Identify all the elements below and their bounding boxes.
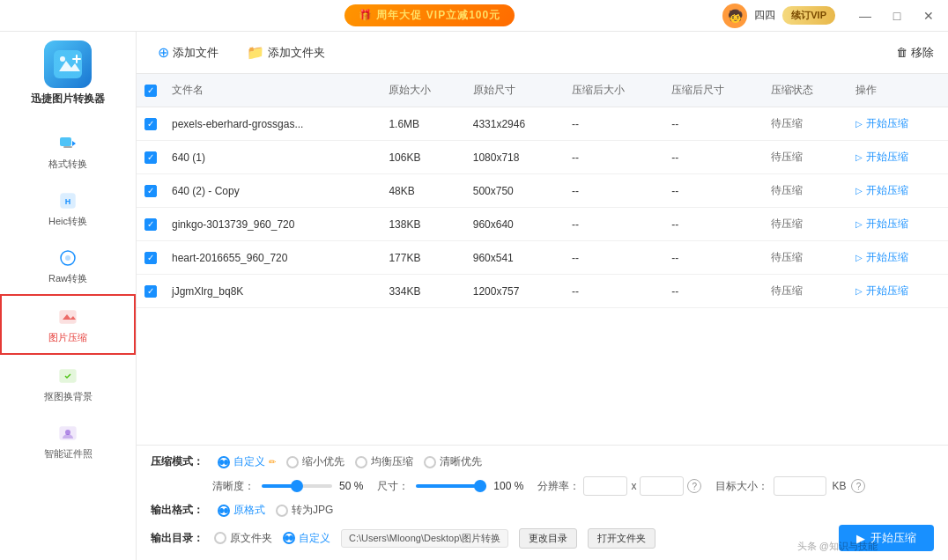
row-orig-size-1: 106KB (381, 141, 465, 174)
row-filename-5: jJgmXlrg_bq8K (165, 275, 381, 308)
output-format-label: 输出格式： (151, 503, 204, 518)
start-all-button[interactable]: ▶ 开始压缩 (839, 525, 934, 551)
row-comp-size-5: -- (565, 275, 664, 308)
clarity-label: 清晰度： (212, 479, 255, 494)
svg-rect-3 (63, 146, 72, 148)
add-file-button[interactable]: ⊕ 添加文件 (151, 41, 226, 64)
maximize-button[interactable]: □ (881, 0, 913, 32)
row-orig-size-2: 48KB (381, 174, 465, 208)
sidebar-item-heic-convert[interactable]: H Heic转换 (0, 180, 136, 237)
row-checkbox-cell[interactable]: ✓ (137, 174, 165, 208)
resolution-help-icon[interactable]: ? (687, 479, 701, 493)
mode-custom-dot (218, 456, 230, 468)
row-checkbox-0[interactable]: ✓ (144, 118, 157, 130)
remove-button[interactable]: 🗑 移除 (896, 45, 934, 61)
row-action-0[interactable]: ▷ 开始压缩 (848, 107, 948, 141)
sliders-row: 清晰度： 50 % 尺寸： 100 % 分辨率： x ? (151, 476, 934, 496)
table-header-row: ✓ 文件名 原始大小 原始尺寸 压缩后大小 压缩后尺寸 压缩状态 操作 (137, 74, 948, 107)
row-checkbox-cell[interactable]: ✓ (137, 107, 165, 141)
file-table-container[interactable]: ✓ 文件名 原始大小 原始尺寸 压缩后大小 压缩后尺寸 压缩状态 操作 (137, 74, 948, 445)
row-status-1: 待压缩 (764, 141, 848, 174)
resolution-width[interactable] (583, 476, 627, 496)
image-compress-icon (56, 305, 80, 329)
start-icon-2: ▷ (855, 186, 863, 195)
change-dir-button[interactable]: 更改目录 (519, 528, 577, 549)
row-action-1[interactable]: ▷ 开始压缩 (848, 141, 948, 174)
row-checkbox-3[interactable]: ✓ (144, 218, 157, 231)
row-orig-dim-3: 960x640 (466, 208, 565, 241)
minimize-button[interactable]: — (849, 0, 881, 32)
row-checkbox-cell[interactable]: ✓ (137, 275, 165, 308)
header-checkbox[interactable]: ✓ (137, 74, 165, 107)
close-button[interactable]: ✕ (913, 0, 944, 32)
open-dir-button[interactable]: 打开文件夹 (588, 528, 655, 549)
dir-path: C:\Users\Mloong\Desktop\图片转换 (341, 529, 508, 548)
row-checkbox-1[interactable]: ✓ (144, 151, 157, 164)
sidebar-item-raw-convert[interactable]: Raw转换 (0, 237, 136, 294)
sidebar-item-bg-replace[interactable]: 抠图换背景 (0, 355, 136, 412)
format-jpg-dot (276, 505, 288, 517)
add-folder-button[interactable]: 📁 添加文件夹 (240, 41, 332, 64)
size-slider[interactable] (416, 484, 486, 488)
row-filename-4: heart-2016655_960_720 (165, 241, 381, 275)
raw-convert-icon (56, 246, 80, 270)
row-action-3[interactable]: ▷ 开始压缩 (848, 208, 948, 241)
dir-original-dot (214, 532, 226, 544)
mode-shrink[interactable]: 缩小优先 (286, 454, 344, 469)
start-all-label: 开始压缩 (870, 530, 916, 546)
row-checkbox-cell[interactable]: ✓ (137, 141, 165, 174)
format-original-dot (218, 505, 230, 517)
sidebar-item-image-compress[interactable]: 图片压缩 (0, 294, 136, 355)
format-jpg[interactable]: 转为JPG (276, 503, 333, 518)
sidebar-item-image-compress-label: 图片压缩 (48, 331, 87, 344)
row-action-4[interactable]: ▷ 开始压缩 (848, 241, 948, 275)
start-compress-btn-1[interactable]: ▷ 开始压缩 (855, 150, 908, 165)
mode-custom[interactable]: 自定义 ✏ (218, 454, 276, 469)
row-checkbox-2[interactable]: ✓ (144, 185, 157, 197)
mode-custom-label: 自定义 (233, 454, 265, 469)
title-bar-right: 🧒 四四 续订VIP — □ ✕ (722, 0, 948, 32)
add-file-label: 添加文件 (173, 45, 218, 61)
select-all-checkbox[interactable]: ✓ (144, 85, 157, 97)
row-checkbox-cell[interactable]: ✓ (137, 241, 165, 275)
row-checkbox-5[interactable]: ✓ (144, 285, 157, 298)
start-compress-btn-5[interactable]: ▷ 开始压缩 (855, 284, 908, 298)
dir-original-folder[interactable]: 原文件夹 (214, 531, 272, 546)
vip-button[interactable]: 续订VIP (782, 6, 835, 25)
start-compress-btn-0[interactable]: ▷ 开始压缩 (855, 116, 908, 131)
title-bar: 🎁 周年大促 VIP立减100元 🧒 四四 续订VIP — □ ✕ (0, 0, 948, 32)
sidebar-item-id-photo[interactable]: 智能证件照 (0, 412, 136, 469)
bottom-settings: 压缩模式： 自定义 ✏ 缩小优先 均衡压缩 (137, 445, 948, 560)
clarity-slider-container: 清晰度： 50 % (212, 479, 363, 494)
clarity-slider[interactable] (262, 484, 332, 488)
sidebar-logo: 迅捷图片转换器 (31, 41, 105, 107)
row-filename-0: pexels-eberhard-grossgas... (165, 107, 381, 141)
start-compress-btn-3[interactable]: ▷ 开始压缩 (855, 217, 908, 232)
target-size-input[interactable] (774, 476, 826, 496)
row-comp-dim-0: -- (664, 107, 764, 141)
row-checkbox-cell[interactable]: ✓ (137, 208, 165, 241)
row-orig-size-0: 1.6MB (381, 107, 465, 141)
row-action-5[interactable]: ▷ 开始压缩 (848, 275, 948, 308)
format-original[interactable]: 原格式 (218, 503, 265, 518)
add-file-icon: ⊕ (158, 44, 169, 61)
target-size-help-icon[interactable]: ? (851, 479, 865, 493)
mode-shrink-dot (286, 456, 299, 468)
sidebar-item-format-convert[interactable]: 格式转换 (0, 122, 136, 180)
row-checkbox-4[interactable]: ✓ (144, 252, 157, 264)
row-orig-size-4: 177KB (381, 241, 465, 275)
mode-clear[interactable]: 清晰优先 (424, 454, 482, 469)
start-compress-btn-4[interactable]: ▷ 开始压缩 (855, 250, 908, 265)
main-layout: 迅捷图片转换器 格式转换 H Heic转换 (0, 32, 948, 560)
promo-badge[interactable]: 🎁 周年大促 VIP立减100元 (344, 4, 515, 26)
remove-icon: 🗑 (896, 46, 907, 59)
add-folder-label: 添加文件夹 (268, 45, 325, 61)
start-compress-btn-2[interactable]: ▷ 开始压缩 (855, 183, 908, 198)
row-action-2[interactable]: ▷ 开始压缩 (848, 174, 948, 208)
size-label: 尺寸： (377, 479, 409, 494)
mode-balanced[interactable]: 均衡压缩 (355, 454, 413, 469)
resolution-height[interactable] (640, 476, 684, 496)
target-size-unit: KB (832, 480, 846, 492)
dir-custom[interactable]: 自定义 (283, 531, 330, 546)
row-orig-size-5: 334KB (381, 275, 465, 308)
